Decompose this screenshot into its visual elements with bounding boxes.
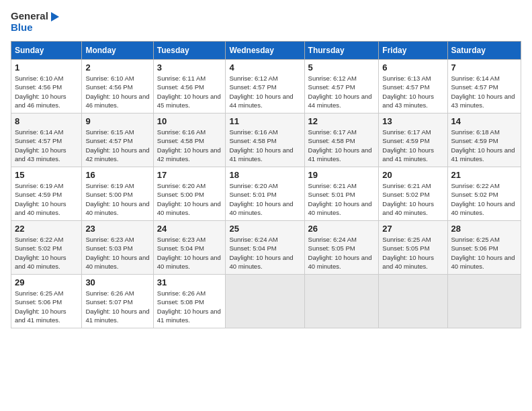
day-number: 23 <box>85 224 149 234</box>
day-info: Sunrise: 6:14 AMSunset: 4:57 PMDaylight:… <box>451 74 518 109</box>
calendar-cell: 23Sunrise: 6:23 AMSunset: 5:03 PMDayligh… <box>82 221 153 275</box>
day-info: Sunrise: 6:24 AMSunset: 5:04 PMDaylight:… <box>229 235 300 271</box>
calendar-cell: 3Sunrise: 6:11 AMSunset: 4:56 PMDaylight… <box>153 60 226 113</box>
day-info: Sunrise: 6:10 AMSunset: 4:56 PMDaylight:… <box>85 74 149 109</box>
calendar-cell <box>226 275 304 328</box>
column-header-wednesday: Wednesday <box>226 42 304 60</box>
day-info: Sunrise: 6:23 AMSunset: 5:04 PMDaylight:… <box>157 235 222 271</box>
calendar-cell: 8Sunrise: 6:14 AMSunset: 4:57 PMDaylight… <box>11 113 82 167</box>
day-number: 30 <box>85 277 149 287</box>
day-number: 24 <box>157 224 222 234</box>
calendar-cell: 1Sunrise: 6:10 AMSunset: 4:56 PMDaylight… <box>11 60 82 113</box>
day-info: Sunrise: 6:11 AMSunset: 4:56 PMDaylight:… <box>157 74 222 109</box>
day-info: Sunrise: 6:12 AMSunset: 4:57 PMDaylight:… <box>308 74 375 109</box>
calendar-cell: 6Sunrise: 6:13 AMSunset: 4:57 PMDaylight… <box>379 60 447 113</box>
day-number: 21 <box>451 170 518 180</box>
calendar-table: SundayMondayTuesdayWednesdayThursdayFrid… <box>11 41 521 328</box>
column-header-thursday: Thursday <box>304 42 379 60</box>
day-number: 18 <box>229 170 300 180</box>
day-number: 14 <box>451 116 518 126</box>
svg-marker-0 <box>51 12 59 21</box>
day-info: Sunrise: 6:19 AMSunset: 5:00 PMDaylight:… <box>85 181 149 217</box>
calendar-cell: 21Sunrise: 6:22 AMSunset: 5:02 PMDayligh… <box>447 167 521 221</box>
calendar-cell: 9Sunrise: 6:15 AMSunset: 4:57 PMDaylight… <box>82 113 153 167</box>
calendar-cell: 13Sunrise: 6:17 AMSunset: 4:59 PMDayligh… <box>379 113 447 167</box>
calendar-week-1: 1Sunrise: 6:10 AMSunset: 4:56 PMDaylight… <box>11 60 521 113</box>
calendar-cell: 12Sunrise: 6:17 AMSunset: 4:58 PMDayligh… <box>304 113 379 167</box>
calendar-cell: 15Sunrise: 6:19 AMSunset: 4:59 PMDayligh… <box>11 167 82 221</box>
day-info: Sunrise: 6:16 AMSunset: 4:58 PMDaylight:… <box>229 128 300 163</box>
day-info: Sunrise: 6:25 AMSunset: 5:06 PMDaylight:… <box>451 235 518 271</box>
calendar-cell: 10Sunrise: 6:16 AMSunset: 4:58 PMDayligh… <box>153 113 226 167</box>
day-number: 8 <box>15 116 78 126</box>
column-header-sunday: Sunday <box>11 42 82 60</box>
day-info: Sunrise: 6:17 AMSunset: 4:59 PMDaylight:… <box>382 128 443 163</box>
calendar-cell <box>304 275 379 328</box>
day-number: 20 <box>382 170 443 180</box>
day-info: Sunrise: 6:20 AMSunset: 5:01 PMDaylight:… <box>229 181 300 217</box>
day-info: Sunrise: 6:15 AMSunset: 4:57 PMDaylight:… <box>85 128 149 163</box>
day-number: 3 <box>157 62 222 73</box>
day-number: 31 <box>157 277 222 287</box>
logo-arrow-icon <box>51 12 64 21</box>
day-number: 1 <box>15 62 78 73</box>
column-header-monday: Monday <box>82 42 153 60</box>
calendar-cell: 14Sunrise: 6:18 AMSunset: 4:59 PMDayligh… <box>447 113 521 167</box>
day-info: Sunrise: 6:23 AMSunset: 5:03 PMDaylight:… <box>85 235 149 271</box>
day-info: Sunrise: 6:10 AMSunset: 4:56 PMDaylight:… <box>15 74 78 109</box>
page-header: General Blue <box>11 11 521 33</box>
day-number: 4 <box>229 62 300 73</box>
day-number: 13 <box>382 116 443 126</box>
day-number: 26 <box>308 224 375 234</box>
day-number: 9 <box>85 116 149 126</box>
day-info: Sunrise: 6:26 AMSunset: 5:07 PMDaylight:… <box>85 289 149 324</box>
calendar-header-row: SundayMondayTuesdayWednesdayThursdayFrid… <box>11 42 521 60</box>
calendar-cell: 7Sunrise: 6:14 AMSunset: 4:57 PMDaylight… <box>447 60 521 113</box>
calendar-cell: 28Sunrise: 6:25 AMSunset: 5:06 PMDayligh… <box>447 221 521 275</box>
calendar-cell: 4Sunrise: 6:12 AMSunset: 4:57 PMDaylight… <box>226 60 304 113</box>
day-number: 25 <box>229 224 300 234</box>
day-info: Sunrise: 6:16 AMSunset: 4:58 PMDaylight:… <box>157 128 222 163</box>
logo: General Blue <box>11 11 64 33</box>
calendar-cell: 11Sunrise: 6:16 AMSunset: 4:58 PMDayligh… <box>226 113 304 167</box>
day-info: Sunrise: 6:24 AMSunset: 5:05 PMDaylight:… <box>308 235 375 271</box>
calendar-cell: 20Sunrise: 6:21 AMSunset: 5:02 PMDayligh… <box>379 167 447 221</box>
calendar-week-4: 22Sunrise: 6:22 AMSunset: 5:02 PMDayligh… <box>11 221 521 275</box>
day-number: 22 <box>15 224 78 234</box>
logo-text: General Blue <box>11 11 64 33</box>
calendar-cell: 27Sunrise: 6:25 AMSunset: 5:05 PMDayligh… <box>379 221 447 275</box>
day-info: Sunrise: 6:21 AMSunset: 5:02 PMDaylight:… <box>382 181 443 217</box>
calendar-cell <box>379 275 447 328</box>
day-number: 11 <box>229 116 300 126</box>
day-info: Sunrise: 6:19 AMSunset: 4:59 PMDaylight:… <box>15 181 78 217</box>
day-number: 17 <box>157 170 222 180</box>
day-info: Sunrise: 6:18 AMSunset: 4:59 PMDaylight:… <box>451 128 518 163</box>
day-info: Sunrise: 6:13 AMSunset: 4:57 PMDaylight:… <box>382 74 443 109</box>
day-number: 12 <box>308 116 375 126</box>
day-number: 27 <box>382 224 443 234</box>
calendar-cell: 29Sunrise: 6:25 AMSunset: 5:06 PMDayligh… <box>11 275 82 328</box>
day-info: Sunrise: 6:26 AMSunset: 5:08 PMDaylight:… <box>157 289 222 324</box>
calendar-cell: 22Sunrise: 6:22 AMSunset: 5:02 PMDayligh… <box>11 221 82 275</box>
calendar-week-3: 15Sunrise: 6:19 AMSunset: 4:59 PMDayligh… <box>11 167 521 221</box>
column-header-tuesday: Tuesday <box>153 42 226 60</box>
day-number: 19 <box>308 170 375 180</box>
calendar-week-2: 8Sunrise: 6:14 AMSunset: 4:57 PMDaylight… <box>11 113 521 167</box>
day-info: Sunrise: 6:21 AMSunset: 5:01 PMDaylight:… <box>308 181 375 217</box>
day-number: 15 <box>15 170 78 180</box>
column-header-friday: Friday <box>379 42 447 60</box>
calendar-cell <box>447 275 521 328</box>
calendar-cell: 25Sunrise: 6:24 AMSunset: 5:04 PMDayligh… <box>226 221 304 275</box>
day-info: Sunrise: 6:20 AMSunset: 5:00 PMDaylight:… <box>157 181 222 217</box>
calendar-cell: 19Sunrise: 6:21 AMSunset: 5:01 PMDayligh… <box>304 167 379 221</box>
day-info: Sunrise: 6:17 AMSunset: 4:58 PMDaylight:… <box>308 128 375 163</box>
calendar-cell: 26Sunrise: 6:24 AMSunset: 5:05 PMDayligh… <box>304 221 379 275</box>
day-info: Sunrise: 6:25 AMSunset: 5:06 PMDaylight:… <box>15 289 78 324</box>
day-info: Sunrise: 6:25 AMSunset: 5:05 PMDaylight:… <box>382 235 443 271</box>
calendar-cell: 18Sunrise: 6:20 AMSunset: 5:01 PMDayligh… <box>226 167 304 221</box>
calendar-week-5: 29Sunrise: 6:25 AMSunset: 5:06 PMDayligh… <box>11 275 521 328</box>
day-number: 6 <box>382 62 443 73</box>
day-info: Sunrise: 6:14 AMSunset: 4:57 PMDaylight:… <box>15 128 78 163</box>
calendar-cell: 16Sunrise: 6:19 AMSunset: 5:00 PMDayligh… <box>82 167 153 221</box>
calendar-body: 1Sunrise: 6:10 AMSunset: 4:56 PMDaylight… <box>11 60 521 328</box>
